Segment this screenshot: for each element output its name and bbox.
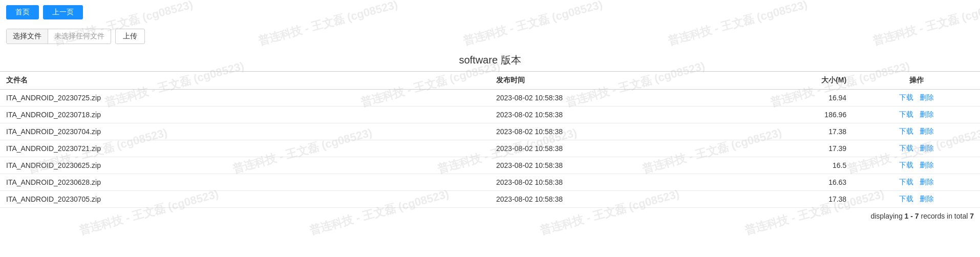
cell-time: 2023-08-02 10:58:38 bbox=[490, 123, 735, 140]
table-body: ITA_ANDROID_20230725.zip2023-08-02 10:58… bbox=[0, 90, 980, 208]
footer-text: displaying 1 - 7 records in total 7 bbox=[870, 212, 974, 220]
download-link[interactable]: 下载 bbox=[899, 110, 913, 118]
cell-filename: ITA_ANDROID_20230718.zip bbox=[0, 106, 490, 123]
cell-action: 下载删除 bbox=[853, 140, 980, 157]
cell-filename: ITA_ANDROID_20230705.zip bbox=[0, 191, 490, 208]
cell-action: 下载删除 bbox=[853, 191, 980, 208]
cell-size: 16.63 bbox=[735, 174, 853, 191]
download-link[interactable]: 下载 bbox=[899, 195, 913, 203]
delete-link[interactable]: 删除 bbox=[920, 93, 934, 101]
cell-size: 17.39 bbox=[735, 140, 853, 157]
choose-file-button[interactable]: 选择文件 bbox=[7, 29, 48, 44]
table-header: 文件名 发布时间 大小(M) 操作 bbox=[0, 72, 980, 90]
upload-button[interactable]: 上传 bbox=[115, 29, 145, 44]
cell-action: 下载删除 bbox=[853, 157, 980, 174]
table-row: ITA_ANDROID_20230721.zip2023-08-02 10:58… bbox=[0, 140, 980, 157]
table-row: ITA_ANDROID_20230625.zip2023-08-02 10:58… bbox=[0, 157, 980, 174]
cell-size: 17.38 bbox=[735, 191, 853, 208]
cell-size: 16.5 bbox=[735, 157, 853, 174]
cell-time: 2023-08-02 10:58:38 bbox=[490, 157, 735, 174]
home-button[interactable]: 首页 bbox=[6, 5, 39, 19]
file-name-label: 未选择任何文件 bbox=[48, 29, 111, 44]
cell-action: 下载删除 bbox=[853, 106, 980, 123]
delete-link[interactable]: 删除 bbox=[920, 110, 934, 118]
cell-filename: ITA_ANDROID_20230721.zip bbox=[0, 140, 490, 157]
cell-filename: ITA_ANDROID_20230625.zip bbox=[0, 157, 490, 174]
cell-time: 2023-08-02 10:58:38 bbox=[490, 90, 735, 106]
footer-info: displaying 1 - 7 records in total 7 bbox=[0, 208, 980, 224]
cell-size: 17.38 bbox=[735, 123, 853, 140]
download-link[interactable]: 下载 bbox=[899, 144, 913, 152]
table-row: ITA_ANDROID_20230628.zip2023-08-02 10:58… bbox=[0, 174, 980, 191]
cell-filename: ITA_ANDROID_20230628.zip bbox=[0, 174, 490, 191]
cell-time: 2023-08-02 10:58:38 bbox=[490, 140, 735, 157]
page-title: software 版本 bbox=[0, 53, 980, 67]
cell-action: 下载删除 bbox=[853, 90, 980, 106]
download-link[interactable]: 下载 bbox=[899, 127, 913, 135]
top-bar: 首页 上一页 bbox=[0, 0, 980, 25]
delete-link[interactable]: 删除 bbox=[920, 127, 934, 135]
prev-page-button[interactable]: 上一页 bbox=[43, 5, 83, 19]
cell-size: 16.94 bbox=[735, 90, 853, 106]
cell-time: 2023-08-02 10:58:38 bbox=[490, 106, 735, 123]
download-link[interactable]: 下载 bbox=[899, 93, 913, 101]
cell-action: 下载删除 bbox=[853, 174, 980, 191]
cell-filename: ITA_ANDROID_20230704.zip bbox=[0, 123, 490, 140]
download-link[interactable]: 下载 bbox=[899, 178, 913, 186]
col-header-action: 操作 bbox=[853, 72, 980, 90]
cell-size: 186.96 bbox=[735, 106, 853, 123]
table-row: ITA_ANDROID_20230704.zip2023-08-02 10:58… bbox=[0, 123, 980, 140]
download-link[interactable]: 下载 bbox=[899, 161, 913, 169]
upload-bar: 选择文件 未选择任何文件 上传 bbox=[0, 25, 980, 48]
cell-time: 2023-08-02 10:58:38 bbox=[490, 191, 735, 208]
delete-link[interactable]: 删除 bbox=[920, 195, 934, 203]
cell-time: 2023-08-02 10:58:38 bbox=[490, 174, 735, 191]
delete-link[interactable]: 删除 bbox=[920, 144, 934, 152]
software-table: 文件名 发布时间 大小(M) 操作 ITA_ANDROID_20230725.z… bbox=[0, 71, 980, 208]
table-row: ITA_ANDROID_20230705.zip2023-08-02 10:58… bbox=[0, 191, 980, 208]
delete-link[interactable]: 删除 bbox=[920, 161, 934, 169]
file-input-wrapper: 选择文件 未选择任何文件 bbox=[6, 29, 111, 44]
table-row: ITA_ANDROID_20230718.zip2023-08-02 10:58… bbox=[0, 106, 980, 123]
cell-action: 下载删除 bbox=[853, 123, 980, 140]
col-header-filename: 文件名 bbox=[0, 72, 490, 90]
delete-link[interactable]: 删除 bbox=[920, 178, 934, 186]
col-header-size: 大小(M) bbox=[735, 72, 853, 90]
col-header-time: 发布时间 bbox=[490, 72, 735, 90]
table-row: ITA_ANDROID_20230725.zip2023-08-02 10:58… bbox=[0, 90, 980, 106]
cell-filename: ITA_ANDROID_20230725.zip bbox=[0, 90, 490, 106]
